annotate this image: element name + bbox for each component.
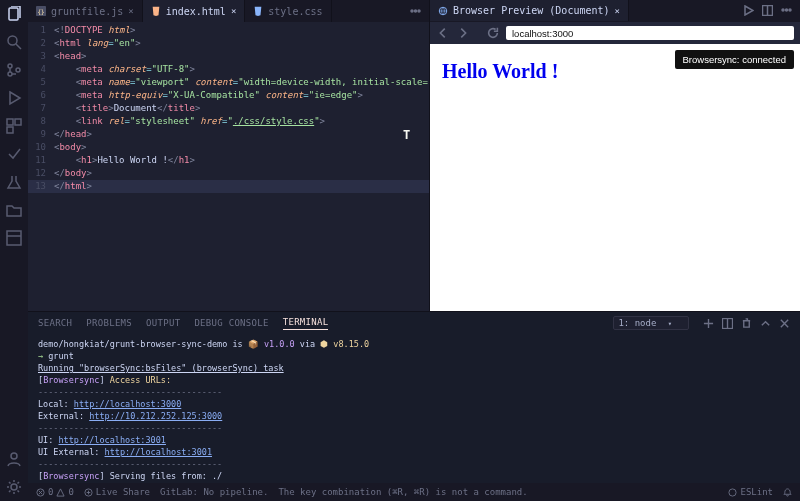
gear-icon[interactable] (6, 479, 22, 495)
preview-tabbar: Browser Preview (Document) × (430, 0, 800, 22)
close-icon[interactable]: × (615, 6, 620, 16)
svg-point-4 (16, 68, 20, 72)
beaker-icon[interactable] (6, 174, 22, 190)
code-line[interactable]: 13</html> (28, 180, 429, 193)
code-line[interactable]: 7 <title>Document</title> (28, 102, 429, 115)
tab-gruntfile-js[interactable]: {}gruntfile.js× (28, 0, 143, 22)
split-terminal-icon[interactable] (722, 318, 733, 329)
browsersync-badge: Browsersync: connected (675, 50, 795, 69)
code-line[interactable]: 8 <link rel="stylesheet" href="./css/sty… (28, 115, 429, 128)
panel-tab-terminal[interactable]: Terminal (283, 317, 329, 330)
terminal-panel: SearchProblemsOutputDebug ConsoleTermina… (28, 311, 800, 483)
address-input[interactable] (506, 26, 794, 40)
search-activity-icon[interactable] (6, 34, 22, 50)
code-line[interactable]: 4 <meta charset="UTF-8"> (28, 63, 429, 76)
terminal-line: → grunt (38, 350, 790, 362)
svg-point-14 (411, 10, 413, 12)
tab-label: index.html (166, 6, 226, 17)
code-line[interactable]: 9</head> (28, 128, 429, 141)
terminal-line: Running "browserSync:bsFiles" (browserSy… (38, 362, 790, 374)
editor-tabbar: {}gruntfile.js×index.html×style.css (28, 0, 429, 22)
code-line[interactable]: 11 <h1>Hello World !</h1> (28, 154, 429, 167)
terminal-line: UI External: http://localhost:3001 (38, 446, 790, 458)
edge-text: T (403, 128, 800, 142)
test-icon[interactable] (6, 146, 22, 162)
svg-point-2 (8, 64, 12, 68)
terminal-body[interactable]: demo/hongkiat/grunt-browser-sync-demo is… (28, 334, 800, 483)
close-icon[interactable]: × (128, 6, 133, 16)
svg-rect-9 (7, 231, 21, 245)
terminal-line: External: http://10.212.252.125:3000 (38, 410, 790, 422)
debug-icon[interactable] (6, 90, 22, 106)
code-line[interactable]: 6 <meta http-equiv="X-UA-Compatible" con… (28, 89, 429, 102)
more-icon[interactable] (781, 5, 792, 16)
status-gitlab[interactable]: GitLab: No pipeline. (160, 487, 268, 497)
globe-icon (438, 6, 448, 16)
panel-tab-output[interactable]: Output (146, 318, 180, 328)
trash-icon[interactable] (741, 318, 752, 329)
source-control-icon[interactable] (6, 62, 22, 78)
browser-viewport[interactable]: Browsersync: connected Hello World ! (430, 44, 800, 311)
svg-rect-6 (7, 119, 13, 125)
status-hint: The key combination (⌘R, ⌘R) is not a co… (278, 487, 527, 497)
panel-tabs: SearchProblemsOutputDebug ConsoleTermina… (28, 312, 800, 334)
svg-point-15 (415, 10, 417, 12)
status-bell-icon[interactable] (783, 488, 792, 497)
code-line[interactable]: 10<body> (28, 141, 429, 154)
code-line[interactable]: 1<!DOCTYPE html> (28, 24, 429, 37)
terminal-line: demo/hongkiat/grunt-browser-sync-demo is… (38, 338, 790, 350)
tab-label: gruntfile.js (51, 6, 123, 17)
new-terminal-icon[interactable] (703, 318, 714, 329)
svg-point-16 (418, 10, 420, 12)
status-eslint[interactable]: ESLint (728, 487, 773, 497)
forward-icon[interactable] (456, 26, 470, 40)
code-line[interactable]: 3<head> (28, 50, 429, 63)
workspace-split: {}gruntfile.js×index.html×style.css 1<!D… (28, 0, 800, 311)
terminal-line: [Browsersync] Serving files from: ./ (38, 470, 790, 482)
svg-point-22 (789, 9, 791, 11)
terminal-select[interactable]: 1: node ▾ (613, 316, 689, 330)
svg-marker-18 (745, 6, 753, 15)
panel-tab-search[interactable]: Search (38, 318, 72, 328)
code-editor[interactable]: 1<!DOCTYPE html>2<html lang="en">3<head>… (28, 22, 429, 311)
code-line[interactable]: 2<html lang="en"> (28, 37, 429, 50)
svg-point-10 (11, 453, 17, 459)
extensions-icon[interactable] (6, 118, 22, 134)
panel-tab-debug-console[interactable]: Debug Console (194, 318, 268, 328)
files-icon[interactable] (6, 6, 22, 22)
svg-point-1 (8, 36, 17, 45)
run-icon[interactable] (743, 5, 754, 16)
back-icon[interactable] (436, 26, 450, 40)
svg-point-20 (782, 9, 784, 11)
code-line[interactable]: 5 <meta name="viewport" content="width=d… (28, 76, 429, 89)
terminal-line: ------------------------------------ (38, 458, 790, 470)
svg-point-3 (8, 72, 12, 76)
reload-icon[interactable] (486, 26, 500, 40)
terminal-line: [Browsersync] Access URLs: (38, 374, 790, 386)
svg-text:{}: {} (37, 9, 44, 15)
status-live-share[interactable]: Live Share (84, 487, 150, 497)
maximize-panel-icon[interactable] (760, 318, 771, 329)
more-icon[interactable] (410, 6, 421, 17)
svg-rect-0 (9, 8, 18, 20)
account-icon[interactable] (6, 451, 22, 467)
close-panel-icon[interactable] (779, 318, 790, 329)
folder-icon[interactable] (6, 202, 22, 218)
svg-marker-5 (10, 92, 20, 104)
terminal-line: ------------------------------------ (38, 422, 790, 434)
svg-rect-7 (15, 119, 21, 125)
terminal-line: ------------------------------------ (38, 386, 790, 398)
tab-index-html[interactable]: index.html× (143, 0, 246, 22)
panel-tab-problems[interactable]: Problems (86, 318, 132, 328)
svg-point-21 (786, 9, 788, 11)
close-icon[interactable]: × (231, 6, 236, 16)
tab-style-css[interactable]: style.css (245, 0, 331, 22)
tab-label: Browser Preview (Document) (453, 5, 610, 16)
layout-icon[interactable] (6, 230, 22, 246)
split-editor-icon[interactable] (762, 5, 773, 16)
tab-browser-preview[interactable]: Browser Preview (Document) × (430, 0, 629, 21)
preview-pane: Browser Preview (Document) × Browsersync (430, 0, 800, 311)
svg-rect-8 (7, 127, 13, 133)
status-errors[interactable]: 0 0 (36, 487, 74, 497)
code-line[interactable]: 12</body> (28, 167, 429, 180)
